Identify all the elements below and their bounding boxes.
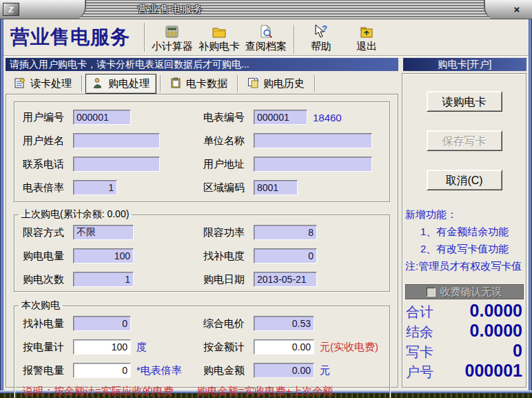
header-band: 营业售电服务 小计算器 补购电卡 [3,19,529,56]
purchased-energy-field[interactable] [73,248,134,263]
write-card-label: 写卡 [406,343,433,361]
tab-bar: 读卡处理 购电处理 电卡数据 购电历史 [6,73,398,94]
user-id-label: 用户编号 [23,111,67,124]
by-energy-input[interactable] [73,339,131,355]
tab-read-card-label: 读卡处理 [30,77,72,90]
app-logo-icon: Z [3,3,19,16]
total-row: 户号 000001 [406,361,522,381]
tab-card-data[interactable]: 电卡数据 [164,74,234,93]
note-left: 说明：按金额计=实际应收的电费 [23,385,174,398]
form-row: 购电电量 找补电度 [14,244,389,268]
feature-notes: 新增功能： 1、有金额结余功能 2、有改写卡值功能 注:管理员才有权改写卡值 [402,206,526,275]
limit-power-field[interactable] [254,225,317,240]
title-bar: Z 营业售电服务 × [0,0,532,19]
toolbar-separator [294,25,294,54]
user-info-group: 用户编号 电表编号 18460 用户姓名 单位名称 [14,101,390,202]
company-name-label: 单位名称 [203,135,247,148]
purchase-date-label: 购电日期 [203,273,247,286]
adjust-energy-field[interactable] [254,248,317,263]
company-name-field[interactable] [254,133,372,148]
tab-purchase[interactable]: 购电处理 [85,74,156,94]
tab-history-label: 购电历史 [263,77,305,90]
cancel-button[interactable]: 取消(C) [427,170,502,190]
write-card-value: 0 [513,341,522,361]
tab-history[interactable]: 购电历史 [241,74,311,93]
feature-notes-title: 新增功能： [405,206,526,223]
makeup-energy-field[interactable] [73,316,131,331]
side-panel: 读购电卡 保存写卡 取消(C) 新增功能： 1、有金额结余功能 2、有改写卡值功… [402,73,526,388]
feature-note-3: 注:管理员才有权改写卡值 [405,257,526,275]
address-field[interactable] [254,157,372,172]
tab-read-card[interactable]: 读卡处理 [8,74,78,93]
last-purchase-legend: 上次购电(累计余额: 0.00) [19,208,132,221]
header-separator [144,23,145,52]
balance-value: 0.0000 [470,321,522,341]
help-icon: ? [313,23,329,40]
total-sum-value: 0.0000 [470,301,522,321]
side-panel-header: 购电卡[开户] [403,58,526,71]
tab-separator [237,75,238,92]
unit-price-field[interactable] [254,316,314,331]
form-row: 联系电话 用户地址 [14,152,389,176]
purchase-icon [92,77,104,90]
user-name-field[interactable] [73,133,160,148]
alarm-energy-input[interactable] [73,363,131,378]
alarm-energy-label: 报警电量 [23,364,67,377]
phone-label: 联系电话 [23,158,67,171]
totals-panel: 合计 0.0000 结余 0.0000 写卡 0 户号 000001 [402,299,526,381]
limit-power-label: 限容功率 [203,226,247,239]
area-code-field[interactable] [254,180,298,195]
tab-separator [160,75,161,92]
limit-mode-field[interactable] [73,225,134,240]
save-write-card-button[interactable]: 保存写卡 [427,130,502,151]
purchase-count-field[interactable] [73,272,134,287]
purchase-date-field[interactable] [254,272,317,287]
tab-purchase-label: 购电处理 [108,77,150,90]
total-row: 合计 0.0000 [406,301,522,321]
exit-label: 退出 [356,40,377,53]
fee-confirm-checkbox[interactable] [427,288,436,297]
current-purchase-legend: 本次购电 [19,299,63,312]
purchase-amount-label: 购电金额 [203,364,247,377]
exit-button[interactable]: 退出 [344,22,389,54]
archive-search-button[interactable]: 查阅档案 [243,22,289,54]
form-row: 报警电量 *电表倍率 购电金额 元 [14,359,389,382]
by-energy-label: 按电量计 [23,341,67,354]
meter-id-field[interactable] [254,110,307,125]
exit-icon [358,23,375,40]
buy-card-button[interactable]: 补购电卡 [196,22,243,54]
toolbar: 小计算器 补购电卡 查阅档案 ? [149,21,389,54]
fee-confirm-bar: 收费确认无误 [405,284,524,299]
meter-ratio-field[interactable] [73,180,117,195]
form-row: 限容方式 限容功率 [14,221,389,244]
history-icon [247,77,259,90]
feature-note-2: 2、有改写卡值功能 [405,240,526,257]
form-row: 电表倍率 区域编码 [14,176,389,199]
alarm-energy-note: *电表倍率 [136,364,182,377]
close-icon[interactable]: × [510,3,524,17]
total-sum-label: 合计 [406,303,433,321]
purchase-count-label: 购电次数 [23,273,67,286]
calculator-button[interactable]: 小计算器 [149,22,196,54]
help-button[interactable]: ? 帮助 [298,22,344,54]
archive-search-label: 查阅档案 [245,40,287,53]
address-label: 用户地址 [203,158,247,171]
form-row: 购电次数 购电日期 [14,268,389,291]
by-amount-input[interactable] [254,339,314,355]
read-purchase-card-button[interactable]: 读购电卡 [427,91,502,112]
status-message: 请插入用户购电卡，读卡分析电表返回数据后才可购电... [10,59,249,71]
calculator-label: 小计算器 [152,40,193,53]
user-id-field[interactable] [73,110,131,125]
phone-field[interactable] [73,157,160,172]
form-row: 找补电量 综合电价 [14,312,389,335]
buy-card-folder-icon [211,23,227,40]
card-data-icon [170,77,182,90]
purchase-amount-unit: 元 [320,364,330,377]
form-row: 用户姓名 单位名称 [14,129,389,152]
total-row: 写卡 0 [406,341,522,361]
dialog-content: 营业售电服务 小计算器 补购电卡 [3,19,529,390]
purchase-amount-field[interactable] [254,363,314,378]
area-code-label: 区域编码 [203,181,247,195]
meter-ratio-label: 电表倍率 [23,181,67,195]
total-row: 结余 0.0000 [406,321,522,341]
